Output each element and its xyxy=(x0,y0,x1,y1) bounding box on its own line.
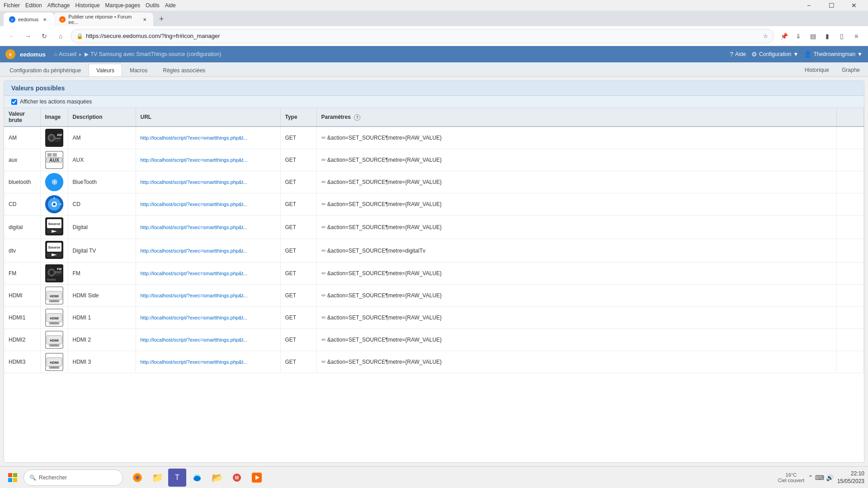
cell-description: Digital xyxy=(68,216,136,239)
browser-tab-1[interactable]: e eedomus ✕ xyxy=(4,13,54,26)
search-bar[interactable]: 🔍 Rechercher xyxy=(24,469,123,486)
source-icon: Source xyxy=(45,217,63,237)
minimize-button[interactable]: − xyxy=(798,0,819,11)
chevron-up-icon[interactable]: ⌃ xyxy=(808,474,813,481)
new-tab-button[interactable]: + xyxy=(155,13,168,25)
star-icon[interactable]: ☆ xyxy=(763,33,768,39)
tab-config[interactable]: Configuration du périphérique xyxy=(2,64,89,76)
address-bar[interactable]: 🔒 https://secure.eedomus.com/?lng=fr#ico… xyxy=(71,29,774,43)
source-icon: Source xyxy=(45,241,63,260)
taskbar-app-filemanager[interactable]: 📁 xyxy=(148,469,166,487)
menu-outils[interactable]: Outils xyxy=(146,2,160,9)
edit-icon[interactable]: ✏ xyxy=(321,314,327,321)
folder-icon: 📁 xyxy=(152,472,163,483)
pocket-icon[interactable]: 📌 xyxy=(778,30,790,42)
download-icon[interactable]: ⇓ xyxy=(792,30,805,42)
cell-url: http://localhost/script/?exec=smartthing… xyxy=(136,149,280,171)
tab-graphe[interactable]: Graphe xyxy=(835,64,866,76)
cell-url: http://localhost/script/?exec=smartthing… xyxy=(136,263,280,285)
maximize-button[interactable]: ☐ xyxy=(821,0,842,11)
svg-rect-6 xyxy=(55,141,60,141)
cell-type: GET xyxy=(280,149,316,171)
taskbar-app-media[interactable] xyxy=(248,469,266,487)
edit-icon[interactable]: ✏ xyxy=(321,359,327,365)
help-button[interactable]: ? Aide xyxy=(730,51,746,58)
tab-valeurs[interactable]: Valeurs xyxy=(89,64,122,76)
edit-icon[interactable]: ✏ xyxy=(321,157,327,163)
tab-historique[interactable]: Historique xyxy=(798,64,835,76)
edit-icon[interactable]: ✏ xyxy=(321,135,327,141)
menu-marquepages[interactable]: Marque-pages xyxy=(105,2,140,9)
breadcrumb-device[interactable]: ▶ TV Samsung avec SmartThings-source (co… xyxy=(85,51,221,57)
tab1-close-button[interactable]: ✕ xyxy=(41,16,48,23)
content-area: Valeurs possibles Afficher les actions m… xyxy=(4,80,864,463)
menu-historique[interactable]: Historique xyxy=(75,2,100,9)
volume-icon[interactable]: 🔊 xyxy=(826,474,834,481)
forward-button[interactable]: → xyxy=(22,30,34,42)
cell-icon: HDMI xyxy=(40,307,68,329)
edit-icon[interactable]: ✏ xyxy=(321,270,327,277)
cell-icon: AUX xyxy=(40,149,68,171)
cell-params: ✏ &action=SET_SOURCE¶metre={RAW_VALUE} xyxy=(316,193,837,216)
tab2-close-button[interactable]: ✕ xyxy=(141,16,148,23)
user-button[interactable]: 👤 Thedrowningman ▼ xyxy=(804,51,863,58)
start-button[interactable] xyxy=(4,469,22,487)
cell-description: CD xyxy=(68,193,136,216)
tab1-favicon: e xyxy=(9,16,15,23)
svg-rect-10 xyxy=(47,153,52,157)
chart-icon[interactable]: ▤ xyxy=(807,30,819,42)
menu-fichier[interactable]: Fichier xyxy=(4,2,20,9)
menu-aide[interactable]: Aide xyxy=(165,2,176,9)
cell-description: HDMI 2 xyxy=(68,329,136,351)
cell-params: ✏ &action=SET_SOURCE¶metre={RAW_VALUE} xyxy=(316,285,837,307)
taskbar-clock[interactable]: 22:10 15/05/2023 xyxy=(837,470,864,485)
config-button[interactable]: ⚙ Configuration ▼ xyxy=(751,51,798,58)
taskbar-app-edge[interactable] xyxy=(188,469,206,487)
edit-icon[interactable]: ✏ xyxy=(321,248,327,254)
edit-icon[interactable]: ✏ xyxy=(321,179,327,185)
params-text: &action=SET_SOURCE¶metre={RAW_VALUE} xyxy=(327,135,442,141)
taskbar-app-files[interactable]: 📂 xyxy=(208,469,226,487)
back-button[interactable]: ← xyxy=(5,30,18,42)
tab-regles[interactable]: Règles associées xyxy=(155,64,213,76)
teams-icon: T xyxy=(175,474,179,482)
table-row: dtv Source Digital TVhttp://localhost/sc… xyxy=(4,239,864,263)
bluetooth-icon: ⎈ xyxy=(45,173,63,191)
edit-icon[interactable]: ✏ xyxy=(321,292,327,299)
taskbar-app-teams[interactable]: T xyxy=(168,469,186,487)
filter-checkbox[interactable] xyxy=(11,99,17,105)
breadcrumb-home[interactable]: ⌂ Accueil xyxy=(54,51,76,57)
gear-icon: ⚙ xyxy=(751,51,757,58)
cell-type: GET xyxy=(280,216,316,239)
cell-type: GET xyxy=(280,307,316,329)
browser-tab-2[interactable]: e Publier une réponse • Forum ee... ✕ xyxy=(54,13,153,26)
keyboard-icon[interactable]: ⌨ xyxy=(815,474,824,481)
taskbar-app-app6[interactable]: M xyxy=(228,469,246,487)
app-logo: e xyxy=(5,49,15,59)
fm-icon: FM RADIO xyxy=(45,264,63,282)
extensions-icon[interactable]: ▯ xyxy=(835,30,848,42)
filter-checkbox-label[interactable]: Afficher les actions masquées xyxy=(11,99,92,105)
taskbar-app-firefox[interactable] xyxy=(128,469,146,487)
tab-macros[interactable]: Macros xyxy=(122,64,155,76)
menu-icon[interactable]: ≡ xyxy=(850,30,863,42)
edit-icon[interactable]: ✏ xyxy=(321,201,327,207)
edit-icon[interactable]: ✏ xyxy=(321,224,327,230)
split-icon[interactable]: ▮ xyxy=(821,30,834,42)
menu-edition[interactable]: Edition xyxy=(25,2,42,9)
col-header-valeur: Valeur brute xyxy=(4,108,40,127)
home-button[interactable]: ⌂ xyxy=(54,30,67,42)
cell-type: GET xyxy=(280,285,316,307)
params-info-icon[interactable]: ? xyxy=(354,114,360,121)
cell-actions xyxy=(837,351,864,373)
cell-value: digital xyxy=(4,216,40,239)
am-icon: AM xyxy=(45,129,63,147)
app6-icon: M xyxy=(232,473,242,483)
svg-text:AUX: AUX xyxy=(49,158,59,163)
menu-affichage[interactable]: Affichage xyxy=(47,2,70,9)
edit-icon[interactable]: ✏ xyxy=(321,337,327,343)
table-scroll[interactable]: Valeur brute Image Description URL Type … xyxy=(4,108,864,444)
reload-button[interactable]: ↻ xyxy=(38,30,51,42)
close-button[interactable]: ✕ xyxy=(844,0,864,11)
breadcrumb-arrow-1: ► xyxy=(78,52,83,57)
